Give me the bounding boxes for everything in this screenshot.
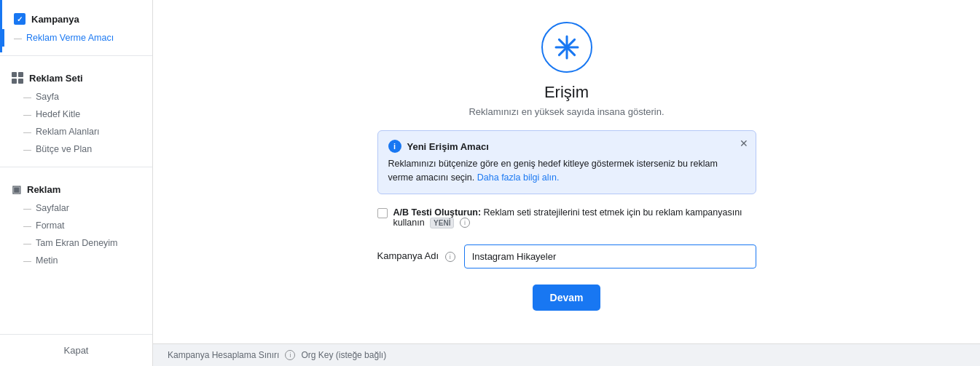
sidebar-item-reklam-alanlari[interactable]: — Reklam Alanları: [0, 123, 152, 140]
grid-icon: [12, 72, 23, 84]
bottom-bar: Kampanya Hesaplama Sınırı i Org Key (ist…: [153, 343, 980, 366]
ab-test-label: A/B Testi Oluşturun: Reklam seti stratej…: [393, 207, 756, 228]
sidebar-section-reklam: ▣ Reklam — Sayfalar — Format — Tam Ekran…: [0, 170, 152, 275]
divider-1: [0, 55, 152, 56]
sidebar-item-hedef-kitle[interactable]: — Hedef Kitle: [0, 106, 152, 123]
kampanya-adi-label: Kampanya Adı i: [377, 250, 455, 262]
sidebar-section-label-reklam: Reklam: [27, 184, 60, 195]
sidebar-section-kampanya: Kampanya — Reklam Verme Amacı: [0, 0, 152, 52]
sidebar: Kampanya — Reklam Verme Amacı Reklam Set…: [0, 0, 153, 366]
checkbox-icon: [14, 13, 26, 25]
ab-test-checkbox[interactable]: [377, 208, 388, 218]
devam-button[interactable]: Devam: [533, 285, 601, 311]
erisim-title: Erişim: [544, 83, 589, 102]
bottom-bar-text: Kampanya Hesaplama Sınırı: [168, 350, 279, 360]
info-icon: i: [388, 140, 401, 153]
content-area: Erişim Reklamınızı en yüksek sayıda insa…: [153, 0, 980, 343]
sidebar-section-label-kampanya: Kampanya: [31, 14, 79, 25]
sidebar-header-reklam-seti: Reklam Seti: [0, 68, 152, 88]
sidebar-item-format[interactable]: — Format: [0, 217, 152, 234]
ab-test-row: A/B Testi Oluşturun: Reklam seti stratej…: [377, 207, 756, 228]
sidebar-item-reklam-verme-amaci[interactable]: — Reklam Verme Amacı: [2, 29, 152, 47]
kampanya-adi-info-icon[interactable]: i: [445, 252, 455, 262]
sidebar-item-tam-ekran[interactable]: — Tam Ekran Deneyim: [0, 234, 152, 252]
sidebar-header-reklam: ▣ Reklam: [0, 179, 152, 199]
sidebar-item-sayfalar[interactable]: — Sayfalar: [0, 199, 152, 217]
sidebar-item-sayfa[interactable]: — Sayfa: [0, 88, 152, 106]
sidebar-item-butce-ve-plan[interactable]: — Bütçe ve Plan: [0, 140, 152, 158]
erisim-subtitle: Reklamınızı en yüksek sayıda insana göst…: [469, 106, 664, 117]
kampanya-adi-input[interactable]: [464, 244, 756, 268]
info-box-text: Reklamınızı bütçenize göre en geniş hede…: [388, 157, 745, 185]
kampanya-adi-row: Kampanya Adı i: [377, 244, 756, 268]
sidebar-section-reklam-seti: Reklam Seti — Sayfa — Hedef Kitle — Rekl…: [0, 59, 152, 164]
info-box-header: i Yeni Erişim Amacı: [388, 140, 745, 153]
divider-2: [0, 167, 152, 167]
main-content: Erişim Reklamınızı en yüksek sayıda insa…: [153, 0, 980, 366]
info-box-title: Yeni Erişim Amacı: [407, 141, 489, 152]
yeni-badge: YENİ: [430, 218, 454, 228]
asterisk-icon: [554, 34, 580, 60]
sidebar-header-kampanya: Kampanya: [2, 9, 152, 29]
sidebar-item-metin[interactable]: — Metin: [0, 252, 152, 269]
ab-test-info-icon[interactable]: i: [460, 218, 470, 228]
kapat-button[interactable]: Kapat: [0, 334, 152, 366]
erisim-icon-wrapper: [541, 22, 592, 73]
sidebar-section-label-reklam-seti: Reklam Seti: [29, 73, 83, 84]
info-circle-bottom[interactable]: i: [285, 350, 295, 360]
bottom-bar-hint: Org Key (isteğe bağlı): [301, 350, 386, 360]
info-box-close-button[interactable]: ✕: [740, 138, 748, 148]
info-box: ✕ i Yeni Erişim Amacı Reklamınızı bütçen…: [377, 130, 756, 194]
monitor-icon: ▣: [12, 183, 21, 195]
info-box-link[interactable]: Daha fazla bilgi alın.: [477, 172, 560, 183]
